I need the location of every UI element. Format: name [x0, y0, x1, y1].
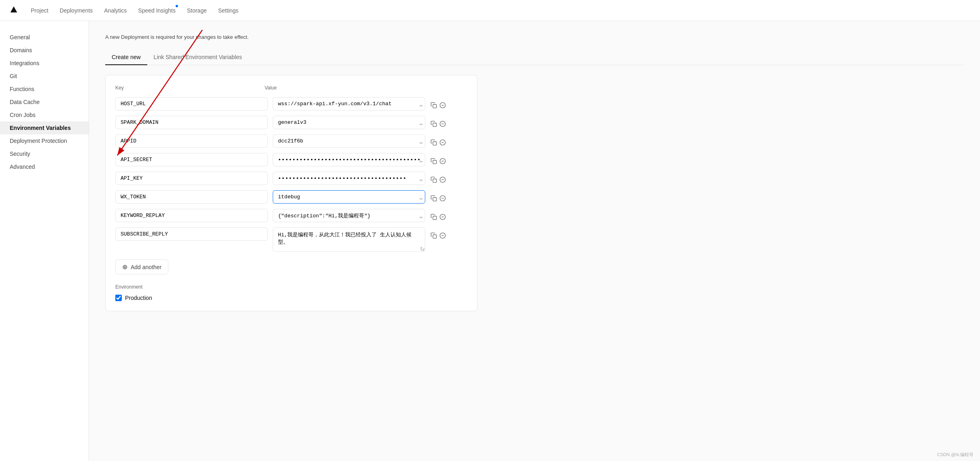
copy-button[interactable] — [430, 192, 437, 205]
env-key-input[interactable] — [115, 97, 268, 110]
copy-button[interactable] — [430, 136, 437, 149]
env-value-cell: ✏ — [273, 153, 425, 166]
tab-link-shared[interactable]: Link Shared Environment Variables — [147, 50, 248, 65]
edit-icon: ⇕ — [420, 246, 423, 251]
copy-button[interactable] — [430, 99, 437, 112]
edit-icon: ✏ — [420, 104, 423, 108]
edit-icon: ✏ — [420, 159, 423, 164]
main-content: A new Deployment is required for your ch… — [89, 21, 980, 461]
remove-button[interactable] — [439, 155, 446, 168]
env-value-input[interactable] — [273, 116, 425, 129]
row-actions — [430, 116, 446, 130]
remove-button[interactable] — [439, 99, 446, 112]
production-checkbox[interactable] — [115, 295, 122, 301]
nav-logs[interactable]: Storage — [182, 0, 212, 21]
sidebar-item-domains[interactable]: Domains — [0, 44, 89, 57]
env-key-input[interactable] — [115, 227, 268, 241]
sidebar-item-security[interactable]: Security — [0, 147, 89, 160]
row-actions — [430, 97, 446, 112]
env-value-cell: ✏ — [273, 97, 425, 110]
remove-button[interactable] — [439, 117, 446, 130]
logo[interactable] — [10, 6, 18, 15]
env-key-input[interactable] — [115, 134, 268, 148]
row-actions — [430, 227, 446, 242]
svg-rect-9 — [433, 142, 437, 145]
production-checkbox-row: Production — [115, 295, 467, 301]
sidebar-item-advanced[interactable]: Advanced — [0, 160, 89, 173]
env-row: ✏ — [115, 134, 467, 149]
remove-button[interactable] — [439, 210, 446, 223]
tab-create-new[interactable]: Create new — [105, 50, 147, 65]
nav-deployments[interactable]: Deployments — [55, 0, 98, 21]
env-value-input[interactable] — [273, 153, 425, 166]
edit-icon: ✏ — [420, 197, 423, 201]
deployment-notice: A new Deployment is required for your ch… — [105, 34, 964, 40]
env-key-input[interactable] — [115, 116, 268, 129]
sidebar-item-data-cache[interactable]: Data Cache — [0, 96, 89, 108]
env-value-input[interactable] — [273, 209, 425, 222]
svg-rect-3 — [433, 104, 437, 108]
env-key-input[interactable] — [115, 172, 268, 185]
svg-rect-6 — [433, 123, 437, 127]
svg-rect-18 — [433, 198, 437, 201]
environment-section: Environment Production — [115, 284, 467, 301]
env-value-cell: ✏ — [273, 172, 425, 185]
env-row: ✏ — [115, 116, 467, 130]
env-value-cell: ✏ — [273, 116, 425, 129]
row-actions — [430, 134, 446, 149]
sidebar-item-env-vars[interactable]: Environment Variables — [0, 121, 89, 134]
add-another-button[interactable]: ⊕ Add another — [115, 259, 168, 274]
edit-icon: ✏ — [420, 122, 423, 127]
sidebar-item-deployment-protection[interactable]: Deployment Protection — [0, 134, 89, 147]
remove-button[interactable] — [439, 173, 446, 186]
env-value-input[interactable] — [273, 172, 425, 185]
copy-button[interactable] — [430, 173, 437, 186]
nav-project[interactable]: Project — [26, 0, 53, 21]
env-value-input[interactable]: Hi,我是编程哥，从此大江！我已经投入了 生人认知人候型。 — [273, 227, 425, 252]
remove-button[interactable] — [439, 229, 446, 242]
nav-analytics[interactable]: Analytics — [99, 0, 132, 21]
production-label[interactable]: Production — [125, 295, 152, 301]
env-key-input[interactable] — [115, 190, 268, 204]
watermark: CSDN @hi.编程哥 — [937, 452, 974, 458]
env-row: ✏ — [115, 190, 467, 205]
environment-label: Environment — [115, 284, 467, 290]
sidebar-item-functions[interactable]: Functions — [0, 83, 89, 96]
env-key-input[interactable] — [115, 153, 268, 166]
svg-rect-21 — [433, 216, 437, 220]
env-value-cell: ✏ — [273, 134, 425, 148]
remove-button[interactable] — [439, 136, 446, 149]
env-value-input[interactable] — [273, 97, 425, 110]
env-value-input[interactable] — [273, 190, 425, 204]
env-value-input[interactable] — [273, 134, 425, 148]
edit-icon: ✏ — [420, 178, 423, 183]
copy-button[interactable] — [430, 229, 437, 242]
env-key-input[interactable] — [115, 209, 268, 222]
env-value-cell: Hi,我是编程哥，从此大江！我已经投入了 生人认知人候型。⇕ — [273, 227, 425, 253]
env-vars-form: Key Value ✏✏✏✏✏✏✏Hi,我是编程哥，从此大江！我已经投入了 生人… — [105, 75, 477, 311]
sidebar-item-integrations[interactable]: Integrations — [0, 57, 89, 70]
env-rows-container: ✏✏✏✏✏✏✏Hi,我是编程哥，从此大江！我已经投入了 生人认知人候型。⇕ — [115, 97, 467, 253]
form-header: Key Value — [115, 85, 467, 94]
edit-icon: ✏ — [420, 141, 423, 145]
copy-button[interactable] — [430, 155, 437, 168]
nav-speed-insights[interactable]: Speed Insights — [133, 0, 180, 21]
env-row: ✏ — [115, 153, 467, 168]
edit-icon: ✏ — [420, 215, 423, 220]
sidebar-item-general[interactable]: General — [0, 31, 89, 44]
row-actions — [430, 172, 446, 186]
env-row: ✏ — [115, 209, 467, 223]
sidebar-item-cron-jobs[interactable]: Cron Jobs — [0, 108, 89, 121]
remove-button[interactable] — [439, 192, 446, 205]
key-column-label: Key — [115, 85, 260, 91]
env-value-cell: ✏ — [273, 209, 425, 222]
nav-storage[interactable]: Settings — [213, 0, 244, 21]
sidebar-item-git[interactable]: Git — [0, 70, 89, 83]
copy-button[interactable] — [430, 117, 437, 130]
nav-settings[interactable] — [245, 0, 255, 21]
svg-rect-12 — [433, 160, 437, 164]
copy-button[interactable] — [430, 210, 437, 223]
row-actions — [430, 153, 446, 168]
add-another-label: Add another — [131, 264, 161, 270]
sidebar: General Domains Integrations Git Functio… — [0, 21, 89, 461]
